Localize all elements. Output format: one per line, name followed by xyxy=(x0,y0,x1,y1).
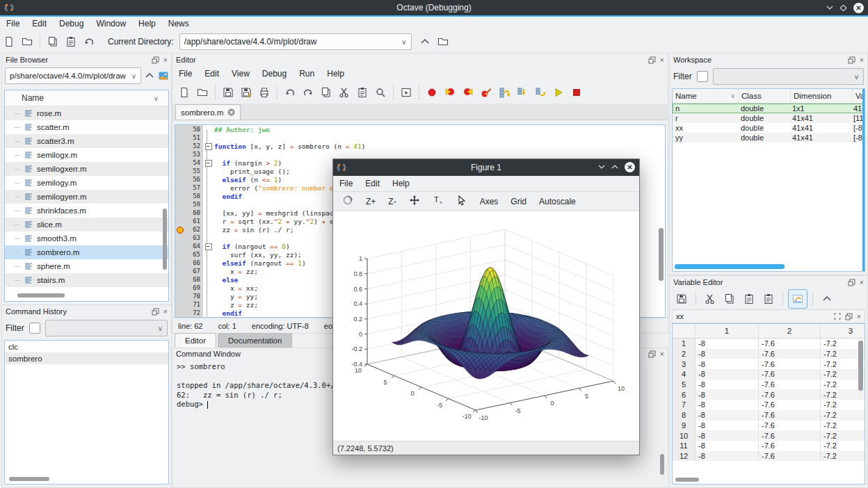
variable-row[interactable]: 6-8-7.6-7.2 xyxy=(673,389,865,400)
history-item[interactable]: sombrero xyxy=(5,352,168,364)
autoscale-button[interactable]: Autoscale xyxy=(534,195,581,208)
workspace-row[interactable]: yydouble41x41[-8, -8, - xyxy=(673,133,865,143)
close-icon[interactable]: ✕ xyxy=(853,3,864,13)
vertical-scrollbar[interactable] xyxy=(163,209,167,270)
pan-button[interactable] xyxy=(404,193,425,209)
code-line[interactable]: 53 xyxy=(175,150,665,158)
paste-button[interactable] xyxy=(353,83,371,101)
maximize-icon[interactable] xyxy=(840,5,846,11)
directory-up-button[interactable] xyxy=(416,33,434,51)
variable-column-header[interactable]: 1 xyxy=(696,324,759,338)
save-button[interactable] xyxy=(219,83,237,101)
code-line[interactable]: 50## Author: jwe xyxy=(175,125,665,133)
code-line[interactable]: 52function [x, y, z] = sombrero (n = 41) xyxy=(175,142,665,150)
code-line[interactable]: 51 xyxy=(175,133,665,142)
workspace-column-header[interactable]: Class xyxy=(739,89,791,103)
file-list-header[interactable]: Name ∨ xyxy=(5,90,168,106)
close-panel-icon[interactable]: × xyxy=(660,56,664,64)
figure-canvas[interactable]: 10.80.60.40.20-0.2-0.4-10-50510-10-50510 xyxy=(333,211,639,441)
copy-button[interactable] xyxy=(44,33,62,51)
step-in-button[interactable] xyxy=(513,83,531,101)
run-file-button[interactable] xyxy=(397,83,415,101)
undock-icon[interactable] xyxy=(648,56,656,64)
menu-item-file[interactable]: File xyxy=(333,179,359,188)
step-out-button[interactable] xyxy=(531,83,549,101)
menu-item-edit[interactable]: Edit xyxy=(359,179,386,188)
fold-toggle-icon[interactable] xyxy=(205,243,212,250)
vertical-scrollbar[interactable] xyxy=(858,341,863,391)
sombrero-surface-plot[interactable]: 10.80.60.40.20-0.2-0.4-10-50510-10-50510 xyxy=(333,211,638,441)
menu-item-news[interactable]: News xyxy=(162,19,195,29)
undo-button[interactable] xyxy=(80,33,98,51)
print-button[interactable] xyxy=(255,83,273,101)
copy-button[interactable] xyxy=(721,290,739,308)
close-tab-icon[interactable] xyxy=(227,108,235,116)
maximize-icon[interactable] xyxy=(611,165,618,169)
variable-row[interactable]: 9-8-7.6-7.2 xyxy=(673,421,865,431)
workspace-row[interactable]: ndouble1x141 xyxy=(673,104,865,113)
zoom-in-button[interactable]: Z+ xyxy=(361,195,380,208)
file-row[interactable]: semilogy.m xyxy=(5,176,168,190)
horizontal-scrollbar[interactable] xyxy=(9,477,49,481)
paste-table-button[interactable] xyxy=(760,290,778,308)
paste-button[interactable] xyxy=(62,33,80,51)
menu-item-file[interactable]: File xyxy=(0,19,26,29)
workspace-column-header[interactable]: Dimension xyxy=(791,89,853,103)
new-file-button[interactable] xyxy=(175,83,193,101)
tab-editor[interactable]: Editor xyxy=(175,333,216,348)
undock-icon[interactable] xyxy=(848,279,855,286)
fold-toggle-icon[interactable] xyxy=(205,160,212,167)
close-icon[interactable]: ✕ xyxy=(625,162,635,172)
history-item[interactable]: clc xyxy=(5,341,168,352)
fold-toggle-icon[interactable] xyxy=(205,143,212,150)
undock-icon[interactable] xyxy=(152,56,159,64)
actions-button[interactable] xyxy=(158,68,169,83)
variable-row[interactable]: 2-8-7.6-7.2 xyxy=(673,349,865,359)
undock-icon[interactable] xyxy=(845,313,853,320)
variable-column-header[interactable] xyxy=(673,324,696,338)
workspace-row[interactable]: rdouble41x41[11.314 xyxy=(673,113,865,123)
continue-button[interactable] xyxy=(549,83,568,101)
filter-checkbox[interactable] xyxy=(697,71,708,82)
level-up-button[interactable] xyxy=(818,290,836,308)
menu-item-file[interactable]: File xyxy=(172,69,198,79)
grid-button[interactable]: Grid xyxy=(506,195,531,208)
horizontal-scrollbar[interactable] xyxy=(675,478,699,482)
undock-icon[interactable] xyxy=(648,350,656,358)
vertical-scrollbar[interactable] xyxy=(660,454,664,475)
menu-item-window[interactable]: Window xyxy=(90,19,132,29)
variable-row[interactable]: 1-8-7.6-7.2 xyxy=(673,339,865,349)
undock-icon[interactable] xyxy=(848,56,855,64)
redo-button[interactable] xyxy=(299,83,317,101)
file-row[interactable]: semilogx.m xyxy=(5,148,168,162)
variable-column-header[interactable]: 2 xyxy=(759,324,821,338)
menu-item-help[interactable]: Help xyxy=(132,19,162,29)
close-variable-icon[interactable]: × xyxy=(857,312,861,320)
zoom-out-button[interactable]: Z- xyxy=(383,195,401,208)
menu-item-help[interactable]: Help xyxy=(386,179,416,188)
remove-breakpoints-button[interactable] xyxy=(477,83,495,101)
new-script-button[interactable] xyxy=(0,33,18,51)
file-row[interactable]: smooth3.m xyxy=(5,231,168,245)
open-file-button[interactable] xyxy=(193,83,211,101)
close-panel-icon[interactable]: × xyxy=(860,278,864,286)
vertical-scrollbar[interactable] xyxy=(862,89,865,271)
file-row[interactable]: stairs.m xyxy=(5,273,168,287)
file-row[interactable]: semilogyerr.m xyxy=(5,190,168,204)
undo-button[interactable] xyxy=(281,83,299,101)
menu-item-view[interactable]: View xyxy=(225,69,256,79)
menu-item-edit[interactable]: Edit xyxy=(198,69,225,79)
figure-window[interactable]: Figure 1 ✕ FileEditHelp Z+ Z- T+ Axes Gr… xyxy=(332,158,640,455)
variable-column-header[interactable]: 3 xyxy=(821,324,865,338)
file-row[interactable]: shrinkfaces.m xyxy=(5,204,168,218)
close-panel-icon[interactable]: × xyxy=(163,56,168,64)
axes-button[interactable]: Axes xyxy=(475,195,504,208)
close-panel-icon[interactable]: × xyxy=(860,56,864,64)
file-row[interactable]: scatter.m xyxy=(5,120,168,134)
minimize-icon[interactable] xyxy=(598,165,605,169)
open-button[interactable] xyxy=(18,33,36,51)
rotate-button[interactable] xyxy=(337,193,358,209)
find-button[interactable] xyxy=(371,83,389,101)
menu-item-debug[interactable]: Debug xyxy=(53,19,90,29)
variable-row[interactable]: 8-8-7.6-7.2 xyxy=(673,410,865,421)
